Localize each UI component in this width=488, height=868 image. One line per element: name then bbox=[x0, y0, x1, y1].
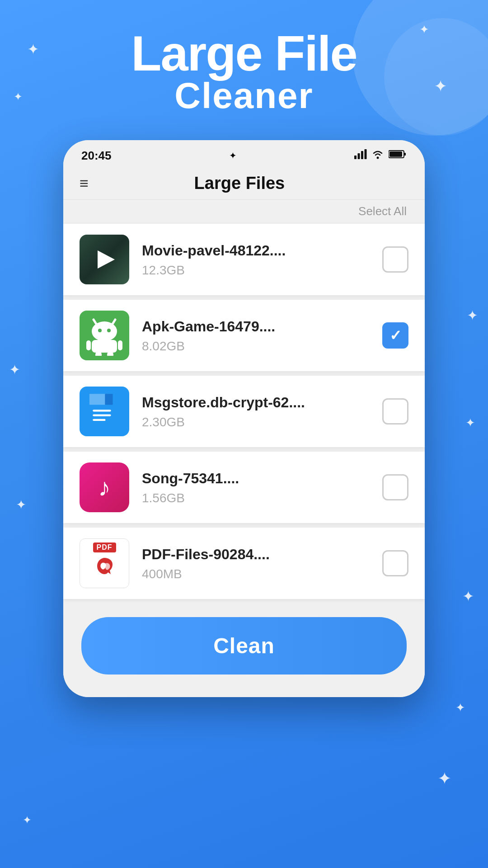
heading-line2: Cleaner bbox=[0, 75, 488, 117]
hamburger-menu-icon[interactable]: ≡ bbox=[80, 175, 89, 192]
apk-icon bbox=[80, 311, 129, 360]
phone-mockup: 20:45 ✦ bbox=[63, 140, 425, 697]
list-item[interactable]: Msgstore.db-crypt-62.... 2.30GB bbox=[63, 376, 425, 447]
svg-point-4 bbox=[377, 157, 379, 159]
pdf-acrobat-icon bbox=[93, 554, 116, 582]
checkbox-song[interactable] bbox=[382, 474, 408, 500]
sparkle-icon-5: ✦ bbox=[9, 362, 20, 377]
status-time: 20:45 bbox=[81, 149, 112, 163]
clean-button[interactable]: Clean bbox=[81, 617, 407, 675]
file-info-pdf: PDF-Files-90284.... 400MB bbox=[142, 545, 370, 581]
movie-thumbnail-icon bbox=[80, 235, 129, 284]
svg-rect-15 bbox=[118, 340, 122, 350]
svg-rect-14 bbox=[86, 340, 91, 350]
app-navigation-bar: ≡ Large Files bbox=[63, 167, 425, 200]
file-info-db: Msgstore.db-crypt-62.... 2.30GB bbox=[142, 393, 370, 429]
svg-point-10 bbox=[92, 321, 117, 341]
checkbox-db[interactable] bbox=[382, 398, 408, 425]
file-name: Apk-Game-16479.... bbox=[142, 317, 370, 336]
music-note-icon: ♪ bbox=[98, 473, 111, 502]
app-header-text: Large File Cleaner bbox=[0, 0, 488, 117]
status-bar: 20:45 ✦ bbox=[63, 140, 425, 167]
select-all-row[interactable]: Select All bbox=[63, 200, 425, 224]
sparkle-icon-11: ✦ bbox=[467, 307, 478, 323]
file-size: 12.3GB bbox=[142, 263, 370, 278]
file-name: PDF-Files-90284.... bbox=[142, 545, 370, 564]
music-icon: ♪ bbox=[80, 462, 129, 512]
battery-icon bbox=[389, 149, 407, 162]
svg-rect-0 bbox=[354, 156, 357, 159]
sparkle-icon-9: ✦ bbox=[437, 769, 452, 788]
svg-point-11 bbox=[98, 329, 102, 332]
file-info-movie: Movie-pavel-48122.... 12.3GB bbox=[142, 241, 370, 278]
pdf-icon: PDF bbox=[80, 538, 129, 588]
document-icon bbox=[80, 387, 129, 436]
list-item[interactable]: Movie-pavel-48122.... 12.3GB bbox=[63, 224, 425, 295]
checkbox-movie[interactable] bbox=[382, 246, 408, 273]
checkbox-apk[interactable] bbox=[382, 322, 408, 349]
sparkle-icon-7: ✦ bbox=[462, 588, 474, 605]
heading-line1: Large File bbox=[0, 27, 488, 80]
file-size: 1.56GB bbox=[142, 491, 370, 505]
play-icon bbox=[98, 250, 115, 269]
file-info-song: Song-75341.... 1.56GB bbox=[142, 469, 370, 505]
svg-rect-19 bbox=[89, 394, 106, 405]
signal-icon bbox=[354, 149, 367, 162]
file-size: 8.02GB bbox=[142, 339, 370, 354]
svg-rect-7 bbox=[404, 153, 406, 156]
status-icons bbox=[354, 149, 407, 162]
svg-rect-20 bbox=[105, 394, 113, 405]
file-list: Movie-pavel-48122.... 12.3GB bbox=[63, 224, 425, 599]
list-item[interactable]: Apk-Game-16479.... 8.02GB bbox=[63, 300, 425, 371]
file-info-apk: Apk-Game-16479.... 8.02GB bbox=[142, 317, 370, 354]
file-name: Msgstore.db-crypt-62.... bbox=[142, 393, 370, 412]
file-name: Song-75341.... bbox=[142, 469, 370, 488]
bluetooth-icon: ✦ bbox=[229, 150, 237, 161]
svg-rect-2 bbox=[361, 151, 363, 159]
sparkle-icon-8: ✦ bbox=[455, 701, 465, 715]
file-name: Movie-pavel-48122.... bbox=[142, 241, 370, 260]
wifi-icon bbox=[371, 149, 384, 162]
select-all-label[interactable]: Select All bbox=[358, 204, 407, 218]
list-item[interactable]: PDF PDF-Files-90284.... 400MB bbox=[63, 528, 425, 599]
svg-rect-13 bbox=[92, 340, 117, 353]
svg-rect-6 bbox=[389, 151, 402, 157]
svg-rect-1 bbox=[358, 153, 360, 159]
sparkle-icon-10: ✦ bbox=[23, 814, 32, 826]
svg-point-12 bbox=[107, 329, 111, 332]
bottom-section: Clean bbox=[63, 604, 425, 697]
sparkle-icon-6: ✦ bbox=[16, 497, 26, 512]
sparkle-icon-12: ✦ bbox=[465, 416, 475, 430]
checkbox-pdf[interactable] bbox=[382, 550, 408, 576]
file-size: 2.30GB bbox=[142, 415, 370, 429]
screen-title: Large Files bbox=[98, 174, 408, 193]
file-size: 400MB bbox=[142, 567, 370, 581]
svg-rect-3 bbox=[365, 149, 367, 159]
pdf-badge: PDF bbox=[93, 542, 116, 552]
list-item[interactable]: ♪ Song-75341.... 1.56GB bbox=[63, 452, 425, 523]
